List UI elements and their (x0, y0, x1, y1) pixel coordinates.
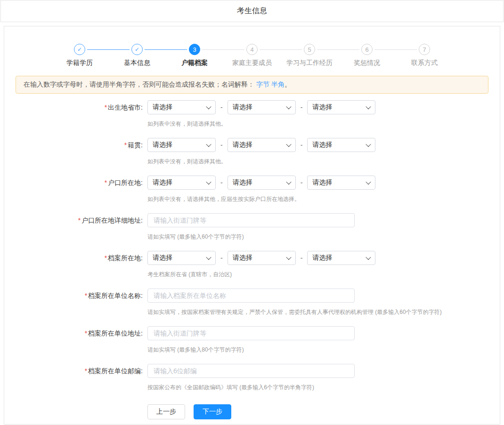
required-mark: * (85, 329, 87, 337)
step-5-label: 学习与工作经历 (286, 59, 333, 67)
notice-text: 在输入数字或字母时，请使用半角字符，否则可能会造成报名失败；名词解释： (24, 80, 254, 89)
select-value: 请选择 (233, 254, 252, 262)
archive-unit-address-input[interactable] (147, 326, 355, 340)
glossary-link-halfwidth[interactable]: 半角 (271, 80, 285, 89)
select-separator: - (301, 141, 303, 149)
birthplace-district-select[interactable]: 请选择 (307, 100, 375, 114)
select-separator: - (301, 254, 303, 262)
chevron-down-icon (366, 104, 371, 109)
archive-city-select[interactable]: 请选择 (228, 251, 296, 265)
chevron-down-icon (366, 255, 371, 260)
step-3-huji-dangan[interactable]: 3 户籍档案 (166, 44, 223, 67)
step-1-circle: ✓ (74, 44, 85, 55)
step-1-xueji-xueli[interactable]: ✓ 学籍学历 (51, 44, 108, 67)
step-7-circle: 7 (419, 44, 430, 55)
required-mark: * (105, 104, 107, 111)
household-address-label: *户口所在地详细地址: (4, 213, 143, 227)
chevron-down-icon (366, 142, 371, 147)
household-address-help: 请如实填写 (最多输入60个字节的字符) (147, 233, 500, 241)
chevron-down-icon (366, 179, 371, 184)
household-city-select[interactable]: 请选择 (228, 176, 296, 190)
select-separator: - (220, 104, 223, 111)
step-2-jiben-xinxi[interactable]: ✓ 基本信息 (108, 44, 166, 67)
step-3-label: 户籍档案 (181, 59, 208, 67)
household-district-select[interactable]: 请选择 (307, 176, 375, 190)
native-place-help: 如列表中没有，则请选择其他。 (147, 158, 500, 165)
chevron-down-icon (286, 104, 291, 109)
archive-unit-address-help: 请如实填写 (最多输入80个字节的字符) (147, 346, 500, 353)
chevron-down-icon (206, 179, 211, 184)
step-6-number: 6 (365, 46, 368, 53)
archive-location-help: 考生档案所在省 (直辖市，自治区) (147, 271, 500, 278)
form-card: ✓ 学籍学历 ✓ 基本信息 3 户籍档案 4 家庭主要成员 5 学习与工作经历 … (4, 26, 500, 425)
select-value: 请选择 (233, 103, 252, 112)
archive-unit-postcode-input[interactable] (147, 364, 355, 378)
select-value: 请选择 (312, 141, 332, 149)
required-mark: * (124, 141, 127, 149)
check-icon: ✓ (77, 47, 82, 52)
chevron-down-icon (286, 179, 291, 184)
step-7-number: 7 (423, 46, 426, 53)
step-3-circle: 3 (189, 44, 200, 55)
chevron-down-icon (286, 142, 291, 147)
archive-unit-name-input[interactable] (147, 289, 355, 303)
step-4-label: 家庭主要成员 (232, 59, 272, 67)
select-value: 请选择 (233, 178, 252, 187)
chevron-down-icon (286, 255, 291, 260)
step-6-label: 奖惩情况 (354, 59, 380, 67)
page-header: 考生信息 (0, 0, 504, 22)
form-row-household-address: *户口所在地详细地址: 请如实填写 (最多输入60个字节的字符) (4, 213, 500, 241)
chevron-down-icon (206, 142, 211, 147)
step-2-label: 基本信息 (124, 59, 150, 67)
page-title: 考生信息 (237, 6, 267, 16)
prev-step-button[interactable]: 上一步 (147, 404, 185, 419)
birthplace-label: *出生地省市: (4, 100, 143, 114)
form-row-birthplace: *出生地省市: 请选择 - 请选择 - 请选择 如列表中没有，则请选择其他。 (4, 100, 500, 128)
archive-unit-name-label: *档案所在单位名称: (4, 289, 143, 303)
archive-location-label: *档案所在地: (4, 251, 143, 265)
required-mark: * (105, 179, 107, 186)
check-icon: ✓ (135, 47, 139, 52)
select-separator: - (301, 179, 303, 186)
step-4-number: 4 (250, 46, 253, 53)
step-4-circle: 4 (246, 44, 258, 55)
household-location-label: *户口所在地: (4, 176, 143, 190)
next-step-button[interactable]: 下一步 (194, 404, 231, 419)
required-mark: * (85, 292, 87, 299)
step-3-number: 3 (193, 46, 196, 53)
birthplace-province-select[interactable]: 请选择 (147, 100, 216, 114)
wizard-stepper: ✓ 学籍学历 ✓ 基本信息 3 户籍档案 4 家庭主要成员 5 学习与工作经历 … (51, 44, 453, 67)
notice-suffix: 。 (285, 80, 291, 89)
step-6-circle: 6 (361, 44, 373, 55)
select-value: 请选择 (153, 178, 172, 187)
select-value: 请选择 (153, 103, 172, 112)
required-mark: * (105, 254, 107, 262)
household-archive-form: *出生地省市: 请选择 - 请选择 - 请选择 如列表中没有，则请选择其他。 *… (4, 100, 500, 419)
form-row-native-place: *籍贯: 请选择 - 请选择 - 请选择 如列表中没有，则请选择其他。 (4, 138, 500, 165)
form-row-archive-unit-postcode: *档案所在单位邮编: 按国家公布的《全国邮政编码》填写 (最多输入6个字节的半角… (4, 364, 500, 391)
archive-province-select[interactable]: 请选择 (147, 251, 216, 265)
native-place-district-select[interactable]: 请选择 (307, 138, 375, 152)
chevron-down-icon (206, 104, 211, 109)
select-value: 请选择 (233, 141, 252, 149)
select-value: 请选择 (153, 141, 172, 149)
select-separator: - (301, 104, 303, 111)
household-province-select[interactable]: 请选择 (147, 176, 216, 190)
native-place-province-select[interactable]: 请选择 (147, 138, 216, 152)
select-separator: - (220, 179, 223, 186)
birthplace-city-select[interactable]: 请选择 (228, 100, 296, 114)
select-value: 请选择 (312, 103, 332, 112)
step-6-jiangcheng[interactable]: 6 奖惩情况 (338, 44, 396, 67)
glossary-link-byte[interactable]: 字节 (256, 80, 269, 89)
archive-district-select[interactable]: 请选择 (307, 251, 375, 265)
step-5-xuexi-gongzuo[interactable]: 5 学习与工作经历 (281, 44, 338, 67)
step-5-circle: 5 (304, 44, 315, 55)
step-7-lianxi-fangshi[interactable]: 7 联系方式 (396, 44, 453, 67)
step-2-circle: ✓ (131, 44, 143, 55)
native-place-label: *籍贯: (4, 138, 143, 152)
native-place-city-select[interactable]: 请选择 (228, 138, 296, 152)
form-row-archive-location: *档案所在地: 请选择 - 请选择 - 请选择 考生档案所在省 (直辖市，自治区… (4, 251, 500, 278)
household-address-input[interactable] (147, 213, 355, 227)
step-4-jiating-chengyuan[interactable]: 4 家庭主要成员 (223, 44, 281, 67)
step-1-label: 学籍学历 (66, 59, 93, 67)
